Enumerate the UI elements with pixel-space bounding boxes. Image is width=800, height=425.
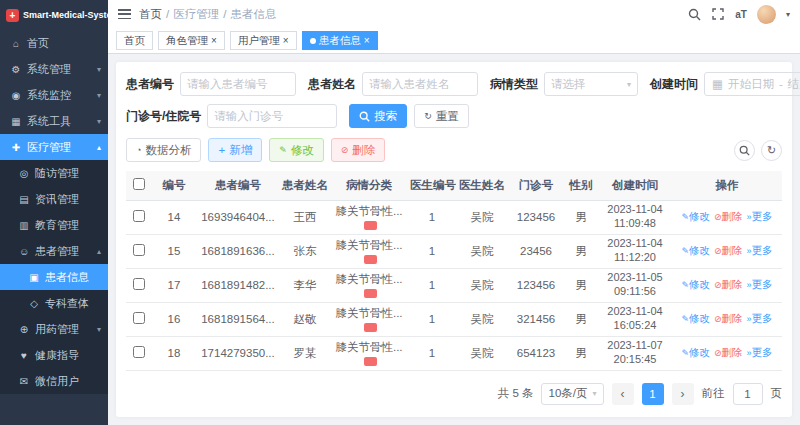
row-more-link[interactable]: »更多 — [747, 210, 773, 222]
row-checkbox[interactable] — [133, 312, 145, 324]
table-toolbar: ◔ 数据分析 + 新增 ✎ 修改 ⊘ 删除 — [126, 138, 782, 162]
cell-id: 14 — [152, 200, 196, 234]
cell-patient-no: 1714279350... — [196, 336, 280, 370]
search-icon[interactable] — [687, 7, 701, 21]
sidebar-item-system-monitor[interactable]: ◉ 系统监控 ▾ — [0, 82, 108, 108]
sidebar-item-patient-info[interactable]: ▣ 患者信息 — [0, 264, 108, 290]
reset-button[interactable]: ↻ 重置 — [414, 104, 469, 128]
sidebar-item-label: 首页 — [27, 36, 49, 51]
pagination: 共 5 条 10条/页 ▾ ‹ 1 › 前往 页 — [126, 383, 782, 405]
patient-name-input[interactable] — [362, 72, 478, 96]
gear-icon: ⚙ — [10, 64, 22, 75]
breadcrumb-item: 医疗管理 — [166, 7, 219, 22]
row-delete-link[interactable]: ⊘删除 — [714, 312, 743, 324]
sidebar-item-label: 医疗管理 — [27, 140, 71, 155]
sidebar-item-label: 用药管理 — [35, 322, 79, 337]
row-delete-link[interactable]: ⊘删除 — [714, 346, 743, 358]
tab-label: 用户管理 — [238, 34, 280, 48]
cell-id: 15 — [152, 234, 196, 268]
row-checkbox[interactable] — [133, 210, 145, 222]
edit-icon: ✎ — [681, 280, 689, 290]
add-button[interactable]: + 新增 — [208, 138, 262, 162]
search-button[interactable]: 搜索 — [349, 104, 407, 128]
row-delete-link[interactable]: ⊘删除 — [714, 244, 743, 256]
sidebar-item-news-mgmt[interactable]: ▤ 资讯管理 — [0, 186, 108, 212]
row-edit-link[interactable]: ✎修改 — [681, 346, 710, 358]
cell-id: 18 — [152, 336, 196, 370]
condition-type-select[interactable]: 请选择 ▾ — [544, 72, 638, 96]
add-button-label: 新增 — [229, 143, 252, 158]
sidebar-item-wechat-user[interactable]: ✉ 微信用户 — [0, 368, 108, 394]
patient-table: 编号 患者编号 患者姓名 病情分类 医生编号 医生姓名 门诊号 性别 创建时间 … — [126, 171, 782, 371]
edit-icon: ✎ — [681, 246, 689, 256]
cell-created: 2023-11-04 11:12:20 — [598, 234, 672, 268]
close-icon[interactable]: × — [364, 36, 370, 46]
tab-label: 角色管理 — [166, 34, 208, 48]
toggle-search-icon[interactable] — [734, 140, 755, 161]
tab-home[interactable]: 首页 — [116, 31, 153, 50]
row-delete-link[interactable]: ⊘删除 — [714, 210, 743, 222]
tab-user-mgmt[interactable]: 用户管理 × — [230, 31, 297, 50]
close-icon[interactable]: × — [283, 36, 289, 46]
row-more-link[interactable]: »更多 — [747, 312, 773, 324]
page-size-select[interactable]: 10条/页 ▾ — [541, 383, 603, 405]
sidebar-item-specialist-checkup[interactable]: ◇ 专科查体 — [0, 290, 108, 316]
row-more-link[interactable]: »更多 — [747, 278, 773, 290]
chevron-up-icon: ▴ — [97, 247, 101, 256]
row-edit-link[interactable]: ✎修改 — [681, 244, 710, 256]
select-all-checkbox[interactable] — [133, 178, 145, 190]
cell-created: 2023-11-04 11:09:48 — [598, 200, 672, 234]
avatar[interactable] — [757, 5, 776, 24]
row-more-link[interactable]: »更多 — [747, 244, 773, 256]
row-edit-link[interactable]: ✎修改 — [681, 312, 710, 324]
cell-doctor-name: 吴院 — [456, 302, 508, 336]
clinic-no-input[interactable] — [207, 104, 337, 128]
cell-gender: 男 — [564, 302, 598, 336]
patient-no-input[interactable] — [180, 72, 296, 96]
row-delete-link[interactable]: ⊘删除 — [714, 278, 743, 290]
breadcrumb-item[interactable]: 首页 — [139, 7, 162, 22]
refresh-icon[interactable]: ↻ — [761, 140, 782, 161]
col-clinic-no: 门诊号 — [508, 171, 564, 200]
sidebar-item-health-guide[interactable]: ♥ 健康指导 — [0, 342, 108, 368]
page-number-current[interactable]: 1 — [642, 383, 664, 405]
chevron-down-icon[interactable]: ▾ — [786, 10, 790, 19]
cell-clinic-no: 123456 — [508, 268, 564, 302]
date-range-picker[interactable]: ▦ 开始日期 - 结束日期 — [704, 72, 800, 96]
row-more-link[interactable]: »更多 — [747, 346, 773, 358]
sidebar-item-system-tools[interactable]: ▦ 系统工具 ▾ — [0, 108, 108, 134]
fullscreen-icon[interactable] — [711, 7, 725, 21]
sidebar-item-system-mgmt[interactable]: ⚙ 系统管理 ▾ — [0, 56, 108, 82]
create-time-label: 创建时间 — [650, 76, 698, 93]
sidebar-item-medical-mgmt[interactable]: ✚ 医疗管理 ▴ — [0, 134, 108, 160]
goto-page-input[interactable] — [733, 383, 763, 405]
close-icon[interactable]: × — [211, 36, 217, 46]
date-end-placeholder: 结束日期 — [788, 77, 800, 92]
col-actions: 操作 — [672, 171, 782, 200]
row-checkbox[interactable] — [133, 278, 145, 290]
cell-doctor-no: 1 — [408, 234, 456, 268]
prev-page-button[interactable]: ‹ — [612, 383, 634, 405]
tab-role-mgmt[interactable]: 角色管理 × — [158, 31, 225, 50]
hamburger-icon[interactable] — [118, 9, 131, 19]
wechat-icon: ✉ — [18, 376, 30, 387]
next-page-button[interactable]: › — [672, 383, 694, 405]
sidebar-item-medicine-mgmt[interactable]: ⊕ 用药管理 ▾ — [0, 316, 108, 342]
delete-button[interactable]: ⊘ 删除 — [331, 138, 386, 162]
row-edit-link[interactable]: ✎修改 — [681, 210, 710, 222]
row-checkbox[interactable] — [133, 244, 145, 256]
row-checkbox[interactable] — [133, 346, 145, 358]
edit-button[interactable]: ✎ 修改 — [269, 138, 324, 162]
sidebar-item-home[interactable]: ⌂ 首页 — [0, 30, 108, 56]
sidebar-item-followup-mgmt[interactable]: ◎ 随访管理 — [0, 160, 108, 186]
sidebar-item-patient-mgmt[interactable]: ☺ 患者管理 ▴ — [0, 238, 108, 264]
row-edit-link[interactable]: ✎修改 — [681, 278, 710, 290]
font-size-icon[interactable]: aT — [735, 9, 747, 20]
sidebar-item-education-mgmt[interactable]: ▥ 教育管理 — [0, 212, 108, 238]
tab-patient-info[interactable]: 患者信息 × — [302, 31, 378, 50]
tab-label: 首页 — [124, 34, 145, 48]
data-analysis-button[interactable]: ◔ 数据分析 — [126, 138, 201, 162]
followup-icon: ◎ — [18, 168, 30, 179]
cell-gender: 男 — [564, 234, 598, 268]
cell-clinic-no: 23456 — [508, 234, 564, 268]
